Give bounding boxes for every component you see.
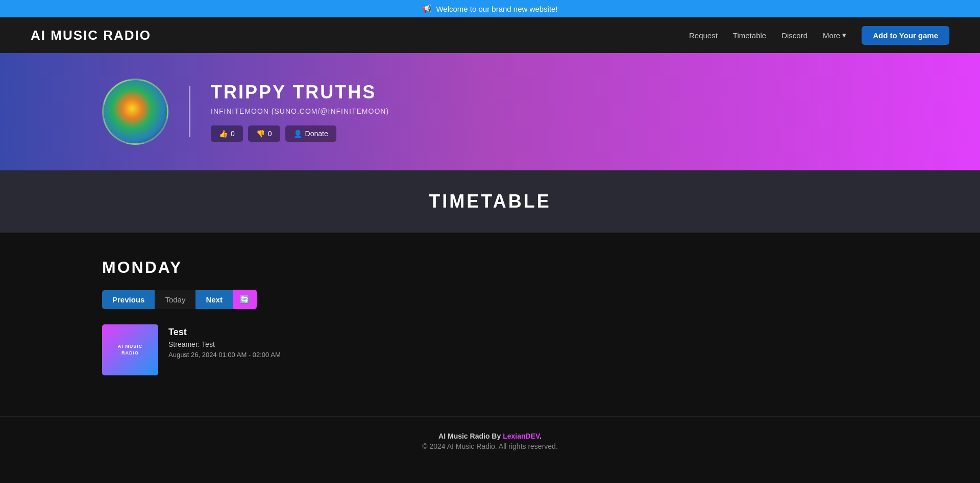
- event-thumbnail: AI MUSICRADIO: [102, 324, 158, 375]
- thumbs-down-count: 0: [268, 130, 272, 138]
- album-art: [102, 79, 168, 145]
- event-streamer: Streamer: Test: [168, 340, 281, 348]
- footer-dot: .: [540, 432, 542, 440]
- song-title: TRIPPY TRUTHS: [211, 82, 878, 103]
- footer-author-link[interactable]: LexianDEV: [503, 432, 540, 440]
- event-name: Test: [168, 327, 281, 338]
- thumbs-up-button[interactable]: 👍 0: [211, 125, 243, 142]
- announcement-text: Welcome to our brand new website!: [436, 5, 557, 13]
- today-button[interactable]: Today: [155, 290, 195, 309]
- site-logo: AI MUSIC RADIO: [31, 28, 151, 43]
- refresh-button[interactable]: 🔄: [233, 290, 257, 309]
- nav-discord[interactable]: Discord: [781, 31, 807, 40]
- event-card: AI MUSICRADIO Test Streamer: Test August…: [102, 324, 878, 375]
- event-details: Test Streamer: Test August 26, 2024 01:0…: [168, 324, 281, 359]
- next-button[interactable]: Next: [195, 290, 233, 309]
- timetable-header: TIMETABLE: [0, 170, 980, 233]
- chevron-down-icon: ▾: [842, 31, 846, 40]
- thumbs-down-button[interactable]: 👎 0: [248, 125, 280, 142]
- day-label: MONDAY: [102, 258, 878, 277]
- navbar: AI MUSIC RADIO Request Timetable Discord…: [0, 17, 980, 53]
- donate-icon: 👤: [293, 130, 302, 138]
- more-button[interactable]: More ▾: [823, 31, 846, 40]
- megaphone-icon: 📢: [422, 4, 432, 13]
- thumbs-down-icon: 👎: [256, 130, 265, 138]
- hero-divider: [189, 86, 190, 137]
- main-content: MONDAY Previous Today Next 🔄 AI MUSICRAD…: [0, 233, 980, 416]
- nav-request[interactable]: Request: [689, 31, 718, 40]
- more-label: More: [823, 31, 840, 40]
- hero-section: TRIPPY TRUTHS INFINITEMOON (SUNO.COM/@IN…: [0, 53, 980, 170]
- announcement-bar: 📢 Welcome to our brand new website!: [0, 0, 980, 17]
- album-art-image: [104, 80, 167, 143]
- footer-by-text: By: [492, 432, 503, 440]
- refresh-icon: 🔄: [240, 295, 250, 303]
- footer-brand-line: AI Music Radio By LexianDEV.: [15, 432, 965, 440]
- thumbs-up-count: 0: [231, 130, 235, 138]
- hero-info: TRIPPY TRUTHS INFINITEMOON (SUNO.COM/@IN…: [211, 82, 878, 142]
- donate-button[interactable]: 👤 Donate: [285, 125, 336, 142]
- hero-actions: 👍 0 👎 0 👤 Donate: [211, 125, 878, 142]
- footer-brand: AI Music Radio: [438, 432, 489, 440]
- footer: AI Music Radio By LexianDEV. © 2024 AI M…: [0, 416, 980, 466]
- navbar-links: Request Timetable Discord More ▾ Add to …: [689, 26, 949, 45]
- footer-copyright: © 2024 AI Music Radio. All rights reserv…: [15, 442, 965, 450]
- donate-label: Donate: [305, 130, 328, 138]
- song-subtitle: INFINITEMOON (SUNO.COM/@INFINITEMOON): [211, 107, 878, 115]
- thumbs-up-icon: 👍: [219, 130, 228, 138]
- previous-button[interactable]: Previous: [102, 290, 155, 309]
- schedule-nav: Previous Today Next 🔄: [102, 290, 878, 309]
- nav-timetable[interactable]: Timetable: [733, 31, 766, 40]
- add-to-game-button[interactable]: Add to Your game: [862, 26, 949, 45]
- thumbnail-logo: AI MUSICRADIO: [118, 343, 143, 356]
- timetable-title: TIMETABLE: [20, 191, 960, 212]
- event-time: August 26, 2024 01:00 AM - 02:00 AM: [168, 351, 281, 359]
